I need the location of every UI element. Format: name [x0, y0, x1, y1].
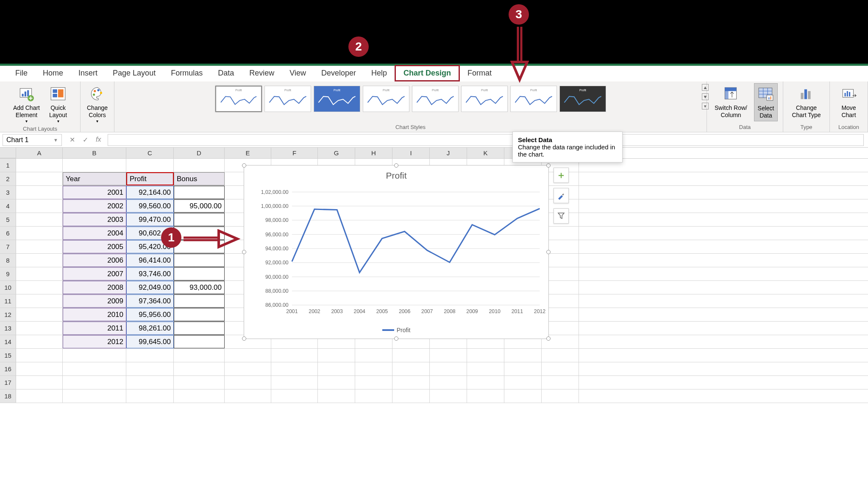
tab-developer[interactable]: Developer [314, 66, 364, 80]
cell-B11[interactable]: 2009 [63, 294, 126, 308]
cell-H17[interactable] [355, 376, 392, 389]
cell-C14[interactable]: 99,645.00 [126, 335, 174, 348]
cell-I18[interactable] [392, 389, 430, 403]
cell-G18[interactable] [318, 389, 355, 403]
cell-H18[interactable] [355, 389, 392, 403]
cell-D16[interactable] [174, 362, 225, 375]
cell-B1[interactable] [63, 159, 126, 172]
cell-J15[interactable] [430, 349, 467, 362]
chart-style-2[interactable]: Profit [264, 86, 311, 112]
cell-B14[interactable]: 2012 [63, 335, 126, 348]
tab-insert[interactable]: Insert [71, 66, 105, 80]
cell-D11[interactable] [174, 294, 225, 308]
cell-A7[interactable] [16, 240, 63, 253]
cell-A8[interactable] [16, 254, 63, 267]
cell-B9[interactable]: 2007 [63, 267, 126, 280]
cell-A1[interactable] [16, 159, 63, 172]
cell-D13[interactable] [174, 322, 225, 335]
row-header[interactable]: 15 [0, 349, 16, 362]
cell-C12[interactable]: 95,956.00 [126, 308, 174, 321]
cell-I16[interactable] [392, 362, 430, 375]
change-colors-button[interactable]: Change Colors ▾ [84, 83, 110, 126]
cell-M17[interactable] [542, 376, 579, 389]
row-header[interactable]: 6 [0, 227, 16, 240]
cell-I15[interactable] [392, 349, 430, 362]
quick-layout-button[interactable]: Quick Layout ▾ [47, 83, 70, 126]
chart-legend[interactable]: Profit [244, 327, 548, 333]
cell-K17[interactable] [467, 376, 504, 389]
row-header[interactable]: 11 [0, 294, 16, 308]
cell-B6[interactable]: 2004 [63, 227, 126, 240]
cell-B13[interactable]: 2011 [63, 322, 126, 335]
cell-B17[interactable] [63, 376, 126, 389]
cell-D14[interactable] [174, 335, 225, 348]
cell-D12[interactable] [174, 308, 225, 321]
cell-D1[interactable] [174, 159, 225, 172]
style-gallery-scroll[interactable]: ▲ ▼ ▾ [702, 84, 710, 109]
row-header[interactable]: 9 [0, 267, 16, 280]
cell-C4[interactable]: 99,560.00 [126, 199, 174, 213]
row-header[interactable]: 4 [0, 199, 16, 213]
cell-D15[interactable] [174, 349, 225, 362]
cell-C11[interactable]: 97,364.00 [126, 294, 174, 308]
cell-C3[interactable]: 92,164.00 [126, 186, 174, 199]
cell-D5[interactable] [174, 213, 225, 226]
cell-G16[interactable] [318, 362, 355, 375]
row-header[interactable]: 1 [0, 159, 16, 172]
cell-K16[interactable] [467, 362, 504, 375]
column-header-I[interactable]: I [392, 148, 430, 158]
cell-F15[interactable] [271, 349, 318, 362]
cell-A14[interactable] [16, 335, 63, 348]
tab-formulas[interactable]: Formulas [163, 66, 210, 80]
gallery-more-icon[interactable]: ▾ [702, 103, 709, 109]
cell-L15[interactable] [504, 349, 542, 362]
cell-G17[interactable] [318, 376, 355, 389]
tab-view[interactable]: View [282, 66, 314, 80]
cell-D2[interactable]: Bonus [174, 172, 225, 185]
cell-D18[interactable] [174, 389, 225, 403]
column-header-C[interactable]: C [126, 148, 174, 158]
chart-style-3[interactable]: Profit [314, 86, 360, 112]
cell-B3[interactable]: 2001 [63, 186, 126, 199]
chart-style-5[interactable]: Profit [412, 86, 459, 112]
cell-C9[interactable]: 93,746.00 [126, 267, 174, 280]
cell-B5[interactable]: 2003 [63, 213, 126, 226]
tab-help[interactable]: Help [364, 66, 395, 80]
row-header[interactable]: 2 [0, 172, 16, 185]
cell-L16[interactable] [504, 362, 542, 375]
cell-C18[interactable] [126, 389, 174, 403]
row-header[interactable]: 13 [0, 322, 16, 335]
cell-F18[interactable] [271, 389, 318, 403]
column-header-E[interactable]: E [225, 148, 271, 158]
enter-icon[interactable]: ✓ [83, 136, 88, 144]
chart-styles-gallery[interactable]: ProfitProfitProfitProfitProfitProfitProf… [215, 86, 606, 112]
cell-H15[interactable] [355, 349, 392, 362]
embedded-chart[interactable]: Profit 86,000.0088,000.0090,000.0092,000… [244, 165, 549, 339]
chart-style-6[interactable]: Profit [461, 86, 508, 112]
cancel-icon[interactable]: ✕ [70, 136, 75, 144]
cell-H16[interactable] [355, 362, 392, 375]
cell-A15[interactable] [16, 349, 63, 362]
chart-styles-button[interactable] [554, 188, 569, 203]
column-header-A[interactable]: A [16, 148, 63, 158]
name-box[interactable]: Chart 1▼ [3, 134, 62, 146]
cell-A18[interactable] [16, 389, 63, 403]
cell-C5[interactable]: 99,470.00 [126, 213, 174, 226]
cell-E17[interactable] [225, 376, 271, 389]
tab-chart-design[interactable]: Chart Design [395, 65, 460, 81]
cell-L18[interactable] [504, 389, 542, 403]
tab-data[interactable]: Data [210, 66, 242, 80]
add-chart-element-button[interactable]: Add Chart Element ▾ [11, 83, 42, 126]
row-header[interactable]: 5 [0, 213, 16, 226]
cell-I17[interactable] [392, 376, 430, 389]
cell-B10[interactable]: 2008 [63, 281, 126, 294]
cell-D17[interactable] [174, 376, 225, 389]
cell-F17[interactable] [271, 376, 318, 389]
cell-C16[interactable] [126, 362, 174, 375]
cell-B12[interactable]: 2010 [63, 308, 126, 321]
column-header-J[interactable]: J [430, 148, 467, 158]
gallery-up-icon[interactable]: ▲ [702, 84, 709, 91]
row-header[interactable]: 8 [0, 254, 16, 267]
cell-C1[interactable] [126, 159, 174, 172]
column-header-D[interactable]: D [174, 148, 225, 158]
